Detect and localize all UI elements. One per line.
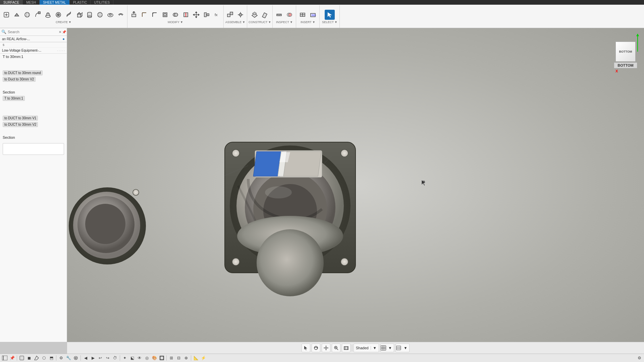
loft-button[interactable]: [43, 10, 53, 20]
joint-button[interactable]: [235, 10, 246, 20]
airflow-icon[interactable]: ●: [62, 37, 65, 41]
view-mode-arrow[interactable]: ▼: [401, 346, 409, 350]
duct-30mm-v2-badge-1[interactable]: to Duct to 30mm V2: [0, 76, 67, 82]
section-analysis-button[interactable]: ⬕: [129, 355, 136, 361]
search-input[interactable]: [7, 29, 59, 35]
create-label[interactable]: CREATE ▼: [56, 20, 71, 24]
hole-button[interactable]: [53, 10, 63, 20]
section-item-1[interactable]: Section: [0, 89, 67, 95]
split-body-button[interactable]: [181, 10, 191, 20]
back-button[interactable]: ◀: [82, 355, 89, 361]
extrude-button[interactable]: [12, 10, 22, 20]
revolve-button[interactable]: [22, 10, 32, 20]
new-component-button[interactable]: [225, 10, 235, 20]
grid-settings-button[interactable]: ⊞: [168, 355, 175, 361]
t-30mm-item-1[interactable]: T to 30mm:1: [0, 54, 67, 60]
pan-button[interactable]: [322, 344, 330, 352]
fit-button[interactable]: [342, 344, 351, 352]
shell-button[interactable]: [160, 10, 170, 20]
display-mode-combo[interactable]: Shaded ▼: [354, 344, 379, 352]
redo-button[interactable]: ↪: [104, 355, 111, 361]
inspect-label[interactable]: INSPECT ▼: [276, 20, 293, 24]
appearance-button[interactable]: 🎨: [151, 355, 158, 361]
new-body-button[interactable]: [1, 10, 11, 20]
menu-tab-sheetmetal[interactable]: SHEET METAL: [40, 0, 70, 5]
forward-button[interactable]: ▶: [90, 355, 96, 361]
grid-arrow[interactable]: ▼: [386, 346, 394, 350]
close-panel-icon[interactable]: ✕: [59, 30, 61, 34]
t-30mm-badge[interactable]: T to 30mm:1: [0, 95, 67, 102]
menu-tab-surface[interactable]: SURFACE: [0, 0, 23, 5]
xray-button[interactable]: ✦: [121, 355, 128, 361]
pipe-button[interactable]: [116, 10, 126, 20]
viewport: BOTTOM BOTTOM X: [67, 28, 644, 342]
select-button[interactable]: [325, 10, 335, 20]
airflow-label: an REAL Airflow-...: [2, 37, 62, 41]
isolate-button[interactable]: ◎: [144, 355, 150, 361]
assemble-label[interactable]: ASSEMBLE ▼: [225, 20, 245, 24]
combine-button[interactable]: [170, 10, 180, 20]
duct-30mm-v2-badge-2[interactable]: to DUCT to 30mm V2: [0, 121, 67, 128]
orbit-button[interactable]: [312, 344, 320, 352]
zoom-button[interactable]: [332, 344, 340, 352]
insert-mesh-button[interactable]: [298, 10, 308, 20]
rigidgroup-button[interactable]: [72, 355, 79, 361]
plane-at-angle-button[interactable]: [260, 10, 270, 20]
sphere-button[interactable]: [95, 10, 105, 20]
insert-label[interactable]: INSERT ▼: [301, 20, 315, 24]
align-view-button[interactable]: ⊟: [175, 355, 182, 361]
duct-30mm-round-badge[interactable]: to DUCT to 30mm round: [0, 70, 67, 76]
fillet-button[interactable]: [139, 10, 149, 20]
display-mode-arrow[interactable]: ▼: [371, 346, 379, 350]
press-pull-button[interactable]: [129, 10, 139, 20]
menu-tab-mesh[interactable]: MESH: [23, 0, 40, 5]
white-input-box[interactable]: [3, 143, 64, 155]
select-label[interactable]: SELECT ▼: [322, 20, 337, 24]
settings-button[interactable]: ⚙: [636, 355, 643, 361]
decal-button[interactable]: IMG: [308, 10, 318, 20]
interference-button[interactable]: [284, 10, 294, 20]
solid-mode-button[interactable]: ◼: [26, 355, 33, 361]
grid-combo[interactable]: ▼: [380, 344, 394, 352]
move-button[interactable]: [191, 10, 201, 20]
chamfer-button[interactable]: [150, 10, 160, 20]
menu-tab-plastic[interactable]: PLASTIC: [70, 0, 91, 5]
orientation-cube-box[interactable]: BOTTOM: [615, 42, 636, 62]
undo-button[interactable]: ↩: [97, 355, 104, 361]
section-item-2[interactable]: Section: [0, 134, 67, 140]
measure-button[interactable]: [274, 10, 284, 20]
offset-plane-button[interactable]: [250, 10, 260, 20]
cursor-tool-button[interactable]: [302, 344, 310, 352]
torus-button[interactable]: [105, 10, 115, 20]
cylinder-button[interactable]: [85, 10, 95, 20]
show-hide-button[interactable]: 👁: [136, 355, 143, 361]
modify-label[interactable]: MODIFY ▼: [168, 20, 183, 24]
measure-bt-button[interactable]: 📐: [193, 355, 199, 361]
panel-pin-button[interactable]: 📌: [9, 355, 15, 361]
mesh-mode-button[interactable]: ⬡: [41, 355, 47, 361]
box-button[interactable]: [74, 10, 84, 20]
svg-marker-42: [193, 14, 194, 15]
spring-button[interactable]: 🔧: [65, 355, 72, 361]
thread-button[interactable]: [64, 10, 74, 20]
history-button[interactable]: ⏱: [112, 355, 118, 361]
sheetmetal-mode-button[interactable]: ⬒: [48, 355, 55, 361]
menu-tab-utilities[interactable]: UTILITIES: [91, 0, 113, 5]
view-mode-combo[interactable]: ▼: [395, 344, 410, 352]
new-design-button[interactable]: [18, 355, 25, 361]
sweep-button[interactable]: [33, 10, 43, 20]
panel-toggle-button[interactable]: [1, 355, 8, 361]
duct-30mm-v1-badge[interactable]: to DUCT to 30mm V1: [0, 115, 67, 121]
align-button[interactable]: [202, 10, 212, 20]
low-voltage-section[interactable]: Low-Voltage Equipment-... · · · · ·: [0, 48, 67, 54]
compute-button[interactable]: ⚡: [200, 355, 207, 361]
fx-button[interactable]: fx: [212, 10, 222, 20]
pin-panel-icon[interactable]: 📌: [62, 30, 66, 34]
svg-rect-86: [381, 346, 386, 350]
surface-mode-button[interactable]: [33, 355, 40, 361]
materials-button[interactable]: 🔲: [158, 355, 165, 361]
joint-bt-button[interactable]: ⚙: [58, 355, 64, 361]
construct-label[interactable]: CONSTRUCT ▼: [249, 20, 271, 24]
snap-button[interactable]: ⊕: [183, 355, 190, 361]
orient-bottom-label[interactable]: BOTTOM: [614, 62, 637, 68]
